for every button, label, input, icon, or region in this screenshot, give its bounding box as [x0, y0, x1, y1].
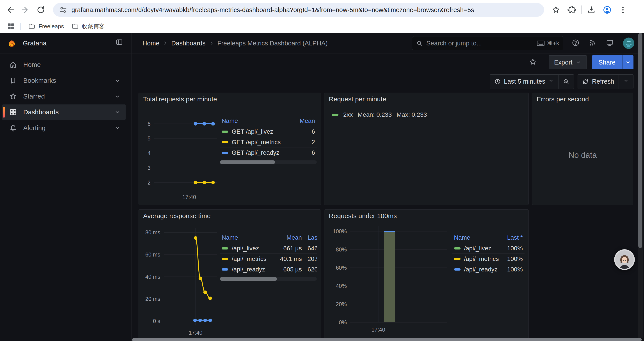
legend-row[interactable]: /api/_readyz 100%	[452, 264, 524, 274]
chevron-down-icon[interactable]	[114, 109, 121, 115]
panel-title[interactable]: Request per minute	[324, 93, 528, 106]
legend-row[interactable]: /api/_metrics 40.1 ms 20.5 ms	[220, 253, 317, 264]
svg-text:6: 6	[148, 121, 150, 127]
legend-row[interactable]: /api/_livez 661 µs 646 µs	[220, 243, 317, 253]
bookmark-star-icon[interactable]	[550, 4, 562, 16]
legend-scrollbar[interactable]	[220, 160, 317, 164]
horizontal-scrollbar[interactable]	[132, 338, 644, 341]
grafana-brand[interactable]: Grafana	[23, 40, 116, 47]
sidebar-item-label: Bookmarks	[23, 77, 114, 84]
zoom-out-button[interactable]	[558, 75, 574, 89]
legend-row[interactable]: GET /api/_readyz 6	[220, 147, 317, 158]
share-menu-chevron[interactable]	[622, 55, 634, 69]
panel-title[interactable]: Total requests per minute	[139, 93, 321, 106]
series-name: /api/_readyz	[464, 266, 499, 273]
bookmark-folder-blogs[interactable]: 收藏博客	[72, 23, 105, 30]
apps-grid-icon[interactable]	[6, 22, 15, 31]
vertical-scrollbar[interactable]	[638, 33, 643, 341]
series-name: /api/_livez	[464, 245, 499, 252]
browser-menu-icon[interactable]	[617, 4, 629, 16]
series-swatch	[332, 114, 338, 116]
floating-assistant-avatar[interactable]	[614, 249, 635, 270]
profile-icon[interactable]	[601, 4, 613, 16]
panel-request-per-minute: Request per minute 0.250.20.150.10.05017…	[324, 93, 529, 205]
sidebar-item-starred[interactable]: Starred	[2, 89, 126, 104]
legend-scrollbar-thumb[interactable]	[220, 160, 275, 164]
refresh-interval-chevron[interactable]	[618, 75, 633, 89]
avatar-image	[615, 250, 634, 269]
bookmark-folder-freeleaps[interactable]: Freeleaps	[28, 23, 64, 30]
svg-text:17:40: 17:40	[372, 326, 385, 333]
news-rss-icon[interactable]	[589, 39, 598, 48]
favorite-star-icon[interactable]	[529, 58, 538, 67]
legend-row[interactable]: GET /api/_livez 6	[220, 126, 317, 137]
browser-toolbar: grafana.mathmast.com/d/deytv4rwavabkb/fr…	[0, 0, 644, 20]
panel-total-requests: Total requests per minute 6543217:40 Nam…	[138, 93, 321, 205]
time-range-group: Last 5 minutes	[490, 74, 574, 89]
sidebar-item-bookmarks[interactable]: Bookmarks	[2, 73, 126, 88]
legend-row[interactable]: /api/_metrics 100%	[452, 253, 524, 264]
panel-title[interactable]: Requests under 100ms	[324, 210, 528, 222]
chevron-down-icon[interactable]	[114, 77, 121, 84]
chevron-down-icon[interactable]	[114, 125, 121, 131]
series-mean: Mean: 0.233	[358, 111, 392, 118]
kiosk-monitor-icon[interactable]	[606, 39, 615, 48]
request-per-minute-chart[interactable]: 0.250.20.150.10.05017:37:0017:38:0017:39…	[328, 106, 524, 110]
avg-response-time-chart[interactable]: 80 ms60 ms40 ms20 ms0 s17:40	[143, 222, 220, 339]
svg-text:17:40: 17:40	[189, 329, 202, 336]
series-swatch	[222, 141, 228, 143]
legend-scrollbar[interactable]	[220, 277, 317, 281]
legend-col-last[interactable]: Last *	[308, 234, 317, 241]
downloads-icon[interactable]	[585, 4, 598, 16]
panel-title[interactable]: Errors per second	[532, 93, 633, 106]
legend-col-mean[interactable]: Mean	[271, 234, 302, 241]
vertical-scrollbar-thumb[interactable]	[638, 33, 642, 248]
help-icon[interactable]	[572, 39, 580, 48]
legend-row[interactable]: GET /api/_metrics 2	[220, 137, 317, 147]
chevron-down-icon	[576, 60, 581, 65]
under-100ms-chart[interactable]: 100%80%60%40%20%0%17:40	[328, 222, 452, 339]
grafana-logo[interactable]	[6, 38, 17, 49]
sidebar-item-alerting[interactable]: Alerting	[2, 120, 126, 136]
url-text[interactable]: grafana.mathmast.com/d/deytv4rwavabkb/fr…	[72, 6, 474, 14]
toolbar-divider	[581, 6, 582, 14]
sidebar-item-dashboards[interactable]: Dashboards	[2, 104, 126, 120]
bookmark-label: Freeleaps	[38, 23, 64, 30]
legend-col-name[interactable]: Name	[222, 117, 290, 124]
panel-title[interactable]: Average response time	[139, 210, 321, 222]
legend-col-name[interactable]: Name	[222, 234, 271, 241]
time-range-picker[interactable]: Last 5 minutes	[490, 75, 558, 89]
legend-bottom[interactable]: 2xx Mean: 0.233 Max: 0.233	[328, 110, 524, 120]
legend-col-name[interactable]: Name	[454, 234, 499, 241]
legend-col-last[interactable]: Last *	[499, 234, 523, 241]
series-swatch	[222, 247, 228, 249]
sidebar-item-home[interactable]: Home	[2, 57, 126, 72]
legend-scrollbar-thumb[interactable]	[220, 277, 277, 281]
browser-back-icon[interactable]	[4, 4, 16, 16]
browser-forward-icon[interactable]	[19, 4, 32, 16]
horizontal-scrollbar-thumb[interactable]	[132, 338, 642, 341]
export-button[interactable]: Export	[549, 55, 587, 69]
total-requests-chart[interactable]: 6543217:40	[143, 106, 220, 203]
extensions-icon[interactable]	[566, 4, 578, 16]
share-button[interactable]: Share	[592, 55, 622, 69]
search-input[interactable]: Search or jump to... ⌘+k	[412, 36, 563, 50]
breadcrumb-home[interactable]: Home	[142, 40, 159, 47]
site-settings-icon[interactable]	[59, 6, 68, 14]
panel-avg-response-time: Average response time 80 ms60 ms40 ms20 …	[138, 209, 321, 341]
legend-row[interactable]: /api/_livez 100%	[452, 243, 524, 253]
user-avatar[interactable]	[623, 38, 634, 49]
chevron-down-icon[interactable]	[114, 93, 121, 100]
refresh-button[interactable]: Refresh	[578, 75, 618, 89]
svg-text:60 ms: 60 ms	[145, 251, 160, 258]
screen: grafana.mathmast.com/d/deytv4rwavabkb/fr…	[0, 0, 644, 341]
browser-reload-icon[interactable]	[35, 4, 47, 16]
breadcrumb-dashboards[interactable]: Dashboards	[171, 40, 206, 47]
sidebar-item-label: Starred	[23, 93, 114, 100]
breadcrumb-current: Freeleaps Metrics Dashboard (ALPHA)	[218, 40, 328, 47]
series-swatch	[222, 268, 228, 270]
dock-menu-icon[interactable]	[116, 38, 125, 48]
address-bar[interactable]: grafana.mathmast.com/d/deytv4rwavabkb/fr…	[53, 3, 544, 17]
legend-col-mean[interactable]: Mean	[290, 117, 315, 124]
legend-row[interactable]: /api/_readyz 605 µs 620 µs	[220, 264, 317, 274]
